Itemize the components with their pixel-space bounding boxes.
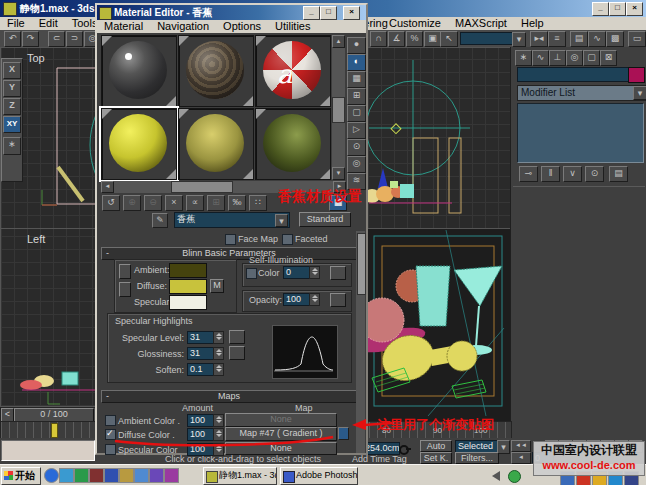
soften-spinner[interactable]	[213, 363, 224, 376]
params-scrollbar[interactable]	[356, 231, 365, 453]
background-icon[interactable]: ▦	[347, 71, 366, 88]
me-restore-button[interactable]: □	[320, 6, 337, 20]
pin-stack-icon[interactable]: ⊸	[519, 166, 538, 182]
curve-editor-icon[interactable]: ∿	[588, 31, 606, 47]
spinner-snap-icon[interactable]: ▣	[424, 31, 441, 47]
tab-utilities-icon[interactable]: ⊠	[600, 50, 617, 66]
layer-manager-icon[interactable]: ▤	[570, 31, 588, 47]
faceted-checkbox[interactable]	[282, 234, 293, 245]
modifier-list-arrow-icon[interactable]: ▾	[633, 86, 646, 100]
snap-toggle-icon[interactable]: ∩	[370, 31, 387, 47]
self-illum-color-checkbox[interactable]	[246, 268, 257, 279]
add-time-tag[interactable]: Add Time Tag	[352, 454, 407, 464]
start-button[interactable]: 开始	[1, 467, 41, 485]
align-icon[interactable]: ≡	[548, 31, 566, 47]
render-setup-icon[interactable]: ▭	[628, 31, 646, 47]
auto-key-button[interactable]: Auto	[420, 440, 452, 452]
quicklaunch-icon[interactable]	[59, 468, 74, 483]
mirror-icon[interactable]: ▸◂	[530, 31, 548, 47]
ambient-map-button[interactable]: None	[225, 413, 337, 427]
menu-file[interactable]: File	[0, 17, 32, 30]
opacity-map-button[interactable]	[330, 293, 346, 307]
slots-vertical-scrollbar[interactable]: ▲ ▼	[332, 35, 345, 179]
quicklaunch-icon[interactable]	[104, 468, 119, 483]
viewport-top-label[interactable]: Top	[27, 52, 45, 64]
ambient-amount-spinner[interactable]	[213, 414, 224, 427]
make-unique-icon[interactable]: ∝	[186, 195, 204, 211]
put-to-library-icon[interactable]: ⊞	[207, 195, 225, 211]
scroll-thumb[interactable]	[332, 97, 345, 123]
tab-hierarchy-icon[interactable]: ⊥	[549, 50, 566, 66]
mini-listener[interactable]	[1, 440, 95, 461]
face-map-checkbox[interactable]	[225, 234, 236, 245]
get-material-icon[interactable]: ↺	[102, 195, 120, 211]
material-name-dropdown[interactable]: 香蕉 ▾	[174, 212, 290, 228]
diffuse-map-button[interactable]: Map #47 ( Gradient )	[225, 427, 337, 441]
menu-help[interactable]: Help	[514, 17, 551, 30]
quicklaunch-icon[interactable]	[74, 468, 89, 483]
sample-slot-darkgreen[interactable]	[255, 108, 331, 180]
axis-x-button[interactable]: X	[3, 62, 21, 79]
sample-type-icon[interactable]: ●	[347, 37, 366, 54]
menu-edit[interactable]: Edit	[32, 17, 65, 30]
me-menu-utilities[interactable]: Utilities	[268, 20, 317, 33]
quicklaunch-icon[interactable]	[149, 468, 164, 483]
ambient-map-checkbox[interactable]	[105, 415, 116, 426]
modifier-list-dropdown[interactable]: Modifier List ▾	[517, 85, 646, 101]
quicklaunch-icon[interactable]	[164, 468, 179, 483]
put-to-scene-icon[interactable]: ⊕	[123, 195, 141, 211]
quicklaunch-icon[interactable]	[134, 468, 149, 483]
specular-level-map-button[interactable]	[229, 330, 245, 344]
me-menu-material[interactable]: Material	[97, 20, 150, 33]
pick-material-eyedropper-icon[interactable]: ✎	[152, 213, 168, 228]
material-name-arrow-icon[interactable]: ▾	[275, 214, 288, 227]
me-close-button[interactable]: ×	[343, 6, 360, 20]
axis-z-button[interactable]: Z	[3, 98, 21, 115]
backlight-icon[interactable]: ◐	[347, 54, 366, 71]
unlink-icon[interactable]: ⊃	[66, 31, 83, 47]
schematic-view-icon[interactable]: ▩	[606, 31, 624, 47]
menu-customize[interactable]: Customize	[382, 17, 448, 30]
show-end-result-icon[interactable]: ∷	[249, 195, 267, 211]
specular-map-checkbox[interactable]	[105, 444, 116, 455]
quicklaunch-ie-icon[interactable]	[44, 468, 59, 483]
time-slider-handle[interactable]: 0 / 100	[14, 408, 94, 422]
params-scroll-thumb[interactable]	[357, 233, 366, 295]
material-id-channel-icon[interactable]: ‰	[228, 195, 246, 211]
show-end-result-stack-icon[interactable]: ‖	[541, 166, 560, 182]
tab-motion-icon[interactable]: ◎	[566, 50, 583, 66]
material-type-button[interactable]: Standard	[299, 212, 351, 227]
named-selection-arrow-icon[interactable]: ▾	[512, 32, 526, 47]
axis-y-button[interactable]: Y	[3, 80, 21, 97]
glossiness-spinner[interactable]	[213, 347, 224, 360]
configure-stack-icon[interactable]: ▤	[609, 166, 628, 182]
go-to-start-icon[interactable]: ◄◄	[511, 440, 531, 452]
sample-slot-glass[interactable]	[101, 35, 177, 107]
menu-maxscript[interactable]: MAXScript	[448, 17, 514, 30]
restore-button[interactable]: □	[609, 2, 626, 16]
keyboard-override-icon[interactable]: ↖	[440, 31, 458, 47]
make-unique-stack-icon[interactable]: ∨	[563, 166, 582, 182]
track-bar-slider[interactable]	[51, 423, 58, 438]
opacity-spinner[interactable]	[309, 293, 320, 306]
undo-icon[interactable]: ↶	[4, 31, 21, 47]
filters-button[interactable]: Filters...	[455, 452, 499, 464]
remove-modifier-icon[interactable]: ⊙	[585, 166, 604, 182]
specular-amount-spinner[interactable]	[213, 443, 224, 456]
tab-modify-icon[interactable]: ∿	[532, 50, 549, 66]
redo-icon[interactable]: ↷	[22, 31, 39, 47]
quicklaunch-icon[interactable]	[89, 468, 104, 483]
named-selection-combo[interactable]	[460, 32, 518, 45]
scroll-down-icon[interactable]: ▼	[332, 167, 345, 180]
sample-slot-checker[interactable]: a	[255, 35, 331, 107]
self-illum-map-button[interactable]	[330, 266, 346, 280]
object-color-swatch[interactable]	[628, 67, 645, 83]
close-button[interactable]: ×	[626, 2, 643, 16]
sample-slot-olive[interactable]	[178, 108, 254, 180]
diffuse-color-swatch[interactable]	[169, 279, 207, 294]
diffuse-map-side-button[interactable]	[338, 427, 349, 440]
scroll-thumb[interactable]	[171, 181, 233, 193]
sample-uv-tiling-icon[interactable]: ⊞	[347, 88, 366, 105]
maps-rollout-header[interactable]: - Maps	[101, 390, 357, 403]
angle-snap-icon[interactable]: ∡	[388, 31, 405, 47]
